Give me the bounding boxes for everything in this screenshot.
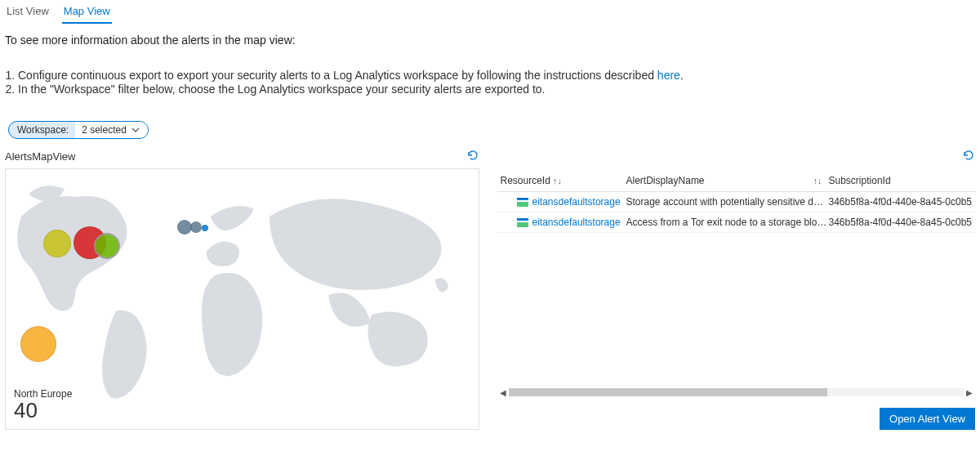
header-resourceid-label: ResourceId [501, 175, 550, 186]
map-bubble-slate-2[interactable] [190, 221, 202, 233]
scroll-right-icon[interactable]: ▶ [964, 388, 975, 397]
world-map-svg [6, 169, 478, 422]
tab-map-view[interactable]: Map View [62, 3, 112, 24]
header-alertname-label: AlertDisplayName [626, 175, 705, 186]
instructions-list: Configure continuous export to export yo… [0, 63, 980, 105]
header-alertname[interactable]: AlertDisplayName ↑↓ [626, 175, 829, 186]
map-bubble-green[interactable] [94, 233, 120, 259]
header-subscription[interactable]: SubscriptionId [829, 175, 972, 186]
cell-alert: Access from a Tor exit node to a storage… [626, 217, 829, 228]
world-map[interactable]: North Europe 40 [5, 168, 479, 430]
cell-alert: Storage account with potentially sensiti… [626, 196, 829, 208]
cell-resource[interactable]: eitansdefaultstorage [501, 217, 626, 228]
table-row[interactable]: eitansdefaultstorage Storage account wit… [497, 192, 975, 212]
reset-icon[interactable] [466, 149, 479, 164]
horizontal-scrollbar[interactable]: ◀ ▶ [497, 387, 975, 398]
storage-account-icon [517, 218, 528, 226]
region-count: 40 [14, 400, 72, 421]
tab-list-view[interactable]: List View [5, 3, 51, 24]
sort-icon: ↑↓ [813, 176, 822, 186]
chevron-down-icon [131, 127, 140, 132]
cell-subscription: 346b5f8a-4f0d-440e-8a45-0c0b5 [829, 196, 972, 208]
header-subscription-label: SubscriptionId [829, 175, 891, 186]
open-alert-view-button[interactable]: Open Alert View [880, 408, 975, 430]
cell-resource-text: eitansdefaultstorage [532, 217, 621, 228]
workspace-filter-label: Workspace: [9, 122, 75, 138]
scroll-track[interactable] [509, 388, 964, 396]
workspace-filter-value[interactable]: 2 selected [75, 122, 148, 138]
cell-resource-text: eitansdefaultstorage [532, 196, 621, 208]
instruction-1-prefix: Configure continuous export to export yo… [18, 69, 657, 82]
header-resourceid[interactable]: ResourceId ↑↓ [501, 175, 626, 186]
intro-text: To see more information about the alerts… [0, 24, 980, 51]
instruction-1-suffix: . [680, 69, 684, 82]
alerts-table: ResourceId ↑↓ AlertDisplayName ↑↓ Subscr… [497, 168, 975, 398]
map-bubble-orange[interactable] [20, 326, 56, 362]
scroll-thumb[interactable] [509, 388, 827, 396]
region-summary: North Europe 40 [14, 388, 72, 421]
map-bubble-yellow[interactable] [43, 230, 71, 257]
instruction-item-1: Configure continuous export to export yo… [18, 69, 975, 82]
table-header: ResourceId ↑↓ AlertDisplayName ↑↓ Subscr… [497, 168, 975, 192]
instruction-1-link[interactable]: here [657, 69, 680, 82]
table-row[interactable]: eitansdefaultstorage Access from a Tor e… [497, 212, 975, 233]
workspace-filter[interactable]: Workspace: 2 selected [8, 121, 149, 139]
workspace-filter-count: 2 selected [82, 124, 127, 136]
map-panel-title: AlertsMapView [5, 150, 75, 163]
sort-icon: ↑↓ [553, 176, 562, 186]
cell-subscription: 346b5f8a-4f0d-440e-8a45-0c0b5 [829, 217, 972, 228]
cell-resource[interactable]: eitansdefaultstorage [501, 196, 626, 208]
reset-icon-right[interactable] [962, 149, 975, 164]
view-tabs: List View Map View [0, 0, 980, 24]
scroll-left-icon[interactable]: ◀ [497, 388, 509, 397]
storage-account-icon [517, 198, 528, 206]
instruction-item-2: In the "Workspace" filter below, choose … [18, 83, 975, 96]
map-bubble-blue[interactable] [202, 225, 208, 231]
